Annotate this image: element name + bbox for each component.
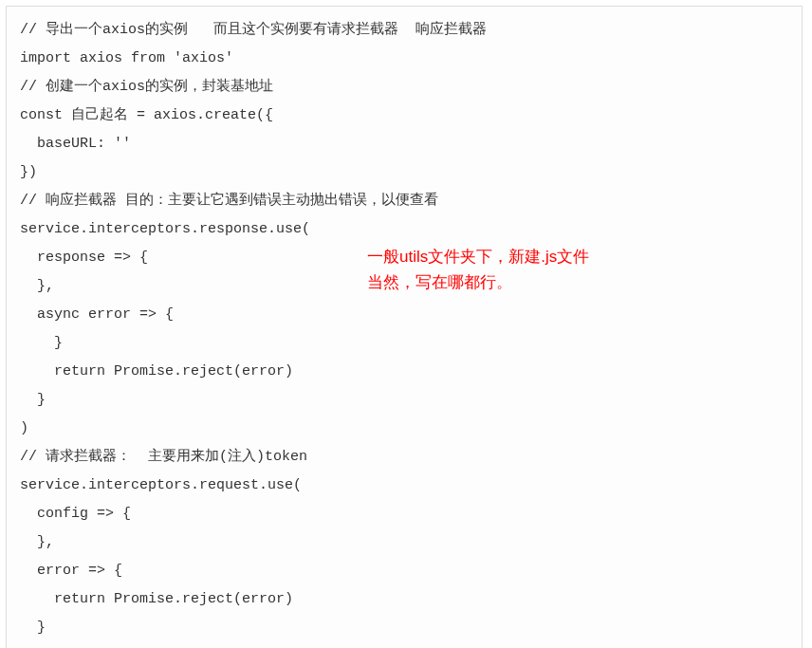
code-block: // 导出一个axios的实例 而且这个实例要有请求拦截器 响应拦截器 impo… (6, 6, 803, 648)
code-line: ) (20, 642, 788, 648)
annotation-line: 当然，写在哪都行。 (367, 269, 589, 295)
code-line: config => { (20, 500, 788, 528)
annotation-line: 一般utils文件夹下，新建.js文件 (367, 244, 589, 269)
code-line: } (20, 614, 788, 642)
code-line: // 请求拦截器： 主要用来加(注入)token (20, 443, 788, 472)
code-line: async error => { (20, 301, 788, 329)
code-line: error => { (20, 557, 788, 585)
code-line: service.interceptors.response.use( (20, 215, 788, 244)
code-line: service.interceptors.request.use( (20, 472, 788, 500)
code-line: } (20, 329, 788, 358)
code-line: }) (20, 158, 788, 187)
code-line: // 导出一个axios的实例 而且这个实例要有请求拦截器 响应拦截器 (20, 16, 788, 45)
code-line: baseURL: '' (20, 130, 788, 158)
code-line: import axios from 'axios' (20, 45, 788, 73)
annotation-note: 一般utils文件夹下，新建.js文件 当然，写在哪都行。 (367, 244, 589, 295)
code-line: const 自己起名 = axios.create({ (20, 102, 788, 130)
code-line: return Promise.reject(error) (20, 358, 788, 386)
code-line: } (20, 386, 788, 415)
code-line: }, (20, 528, 788, 557)
code-line: // 创建一个axios的实例，封装基地址 (20, 73, 788, 102)
code-line: // 响应拦截器 目的：主要让它遇到错误主动抛出错误，以便查看 (20, 187, 788, 215)
code-line: ) (20, 415, 788, 443)
code-line: return Promise.reject(error) (20, 585, 788, 614)
